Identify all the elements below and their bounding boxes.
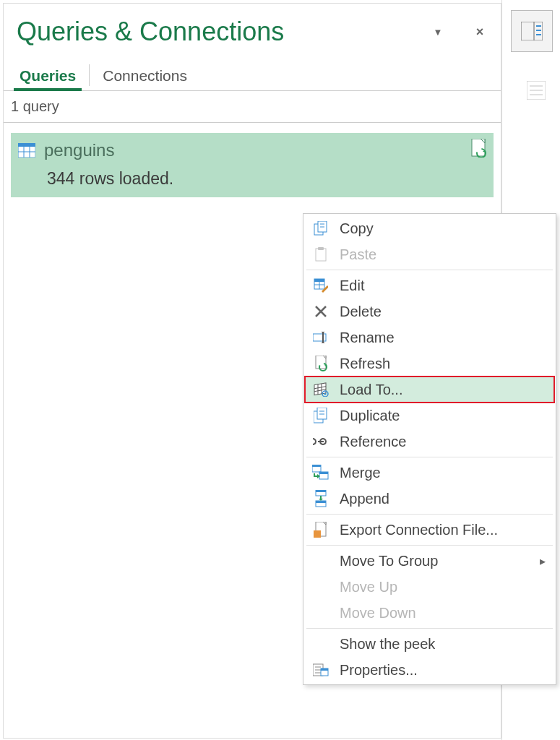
panel-close-button[interactable]: ×	[469, 21, 491, 43]
svg-rect-54	[319, 472, 328, 474]
menu-label: Paste	[340, 246, 546, 263]
svg-rect-35	[316, 356, 326, 369]
blank-icon	[312, 578, 329, 595]
table-icon	[18, 143, 35, 158]
panel-tabs: Queries Connections	[4, 60, 501, 91]
menu-paste: Paste	[305, 241, 554, 267]
menu-export-connection-file[interactable]: Export Connection File...	[305, 517, 554, 543]
menu-label: Append	[340, 491, 546, 507]
list-view-button[interactable]	[525, 79, 547, 101]
menu-separator	[306, 514, 553, 515]
menu-separator	[306, 545, 553, 546]
properties-icon	[312, 661, 329, 679]
paste-icon	[312, 246, 329, 263]
menu-properties[interactable]: Properties...	[305, 657, 554, 683]
menu-move-to-group[interactable]: Move To Group	[305, 548, 554, 574]
query-item[interactable]: penguins 344 rows loaded.	[11, 133, 494, 197]
menu-label: Rename	[340, 330, 546, 346]
duplicate-icon	[312, 407, 329, 424]
blank-icon	[312, 552, 329, 569]
svg-rect-22	[316, 249, 326, 261]
edit-icon	[312, 277, 329, 294]
refresh-status-icon	[470, 139, 486, 158]
context-menu: Copy Paste Edit Delete Rename	[303, 213, 556, 685]
svg-point-45	[324, 393, 327, 395]
svg-rect-23	[318, 247, 324, 250]
menu-label: Properties...	[340, 662, 546, 679]
menu-delete[interactable]: Delete	[305, 298, 554, 324]
menu-append[interactable]: Append	[305, 486, 554, 512]
menu-separator	[306, 628, 553, 629]
reference-icon	[312, 433, 329, 450]
blank-icon	[312, 635, 329, 653]
svg-rect-39	[314, 383, 326, 395]
menu-reference[interactable]: Reference	[305, 429, 554, 455]
close-icon: ×	[476, 25, 484, 40]
chevron-down-icon: ▼	[434, 27, 443, 38]
menu-label: Move Down	[340, 605, 546, 621]
svg-rect-31	[313, 334, 326, 341]
menu-label: Move Up	[340, 579, 546, 595]
list-icon	[527, 81, 546, 100]
menu-label: Merge	[340, 465, 546, 481]
refresh-icon	[312, 355, 329, 372]
panel-title: Queries & Connections	[17, 17, 407, 47]
menu-label: Copy	[340, 220, 546, 237]
panel-options-button[interactable]: ▼	[427, 21, 449, 43]
menu-label: Delete	[340, 304, 546, 320]
query-count-label: 1 query	[4, 91, 501, 123]
delete-icon	[312, 303, 329, 320]
rename-icon	[312, 329, 329, 346]
menu-move-down: Move Down	[305, 600, 554, 626]
tab-separator	[89, 64, 90, 86]
copy-icon	[312, 220, 329, 237]
menu-rename[interactable]: Rename	[305, 324, 554, 350]
menu-refresh[interactable]: Refresh	[305, 350, 554, 377]
pane-icon	[521, 22, 543, 40]
svg-rect-52	[312, 465, 321, 467]
menu-load-to[interactable]: Load To...	[305, 377, 554, 403]
svg-rect-25	[314, 279, 324, 282]
tab-queries[interactable]: Queries	[9, 60, 86, 90]
svg-rect-59	[316, 501, 326, 503]
menu-copy[interactable]: Copy	[305, 215, 554, 241]
load-to-icon	[312, 381, 329, 398]
menu-separator	[306, 457, 553, 457]
menu-label: Duplicate	[340, 408, 546, 424]
menu-separator	[306, 270, 553, 270]
append-icon	[312, 490, 329, 507]
menu-label: Export Connection File...	[340, 522, 546, 538]
menu-label: Show the peek	[340, 636, 546, 653]
menu-label: Reference	[340, 434, 546, 450]
query-name: penguins	[44, 140, 114, 160]
export-icon	[312, 521, 329, 538]
menu-label: Move To Group	[340, 553, 540, 569]
tab-connections[interactable]: Connections	[92, 60, 197, 90]
menu-move-up: Move Up	[305, 574, 554, 600]
tab-label: Connections	[103, 67, 187, 84]
blank-icon	[312, 604, 329, 621]
menu-label: Edit	[340, 278, 546, 294]
query-status-text: 344 rows loaded.	[18, 160, 486, 189]
tab-label: Queries	[20, 67, 76, 84]
svg-rect-47	[317, 408, 327, 419]
svg-rect-57	[316, 490, 326, 492]
svg-rect-10	[18, 143, 35, 147]
menu-merge[interactable]: Merge	[305, 460, 554, 486]
menu-label: Load To...	[340, 382, 546, 398]
menu-label: Refresh	[340, 356, 546, 372]
svg-rect-70	[321, 668, 328, 671]
pane-toggle-button[interactable]	[511, 10, 553, 52]
merge-icon	[312, 464, 329, 481]
menu-edit[interactable]: Edit	[305, 272, 554, 298]
svg-rect-64	[314, 530, 321, 538]
menu-duplicate[interactable]: Duplicate	[305, 403, 554, 429]
menu-show-peek[interactable]: Show the peek	[305, 631, 554, 657]
